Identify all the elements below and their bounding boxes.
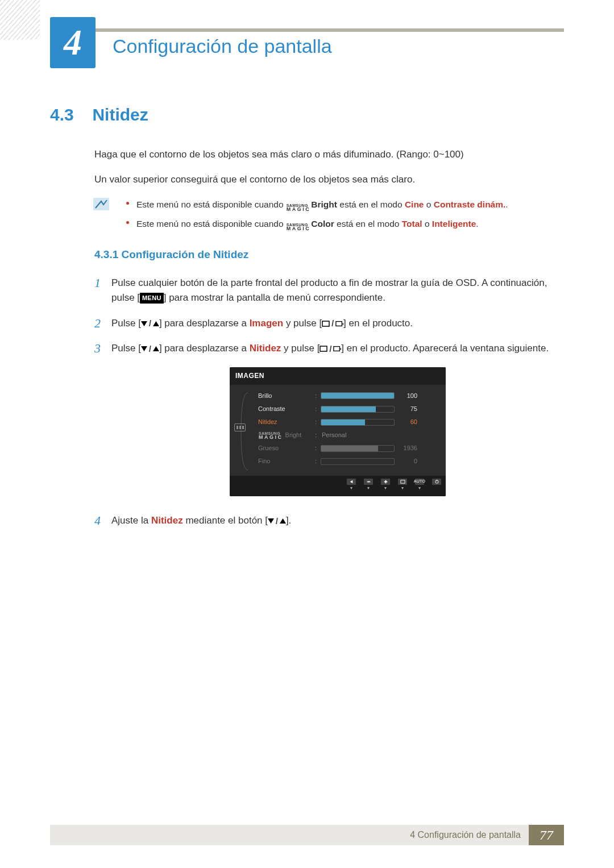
- note-list: Este menú no está disponible cuando SAMS…: [126, 198, 564, 231]
- osd-value: 1936: [395, 443, 417, 453]
- step-item: 1 Pulse cualquier botón de la parte fron…: [94, 276, 564, 306]
- svg-rect-3: [322, 321, 329, 326]
- osd-row: Fino:0: [258, 455, 440, 468]
- svg-rect-12: [385, 480, 386, 483]
- samsung-magic-logo: SAMSUNGMAGIC: [287, 204, 311, 212]
- osd-slider: [321, 406, 395, 413]
- section-heading: 4.3 Nitidez: [50, 105, 564, 124]
- osd-bracket-decoration: [240, 392, 249, 471]
- osd-row-label: SAMSUNGMAGIC Bright: [258, 430, 315, 440]
- chapter-number: 4: [64, 22, 82, 64]
- osd-nav-plus-icon: ▾: [381, 479, 390, 491]
- up-down-buttons-icon: /: [141, 319, 159, 327]
- osd-slider: [321, 419, 395, 426]
- osd-row: Nitidez:60: [258, 416, 440, 429]
- step-number: 3: [94, 339, 101, 358]
- page-header: 4 Configuración de pantalla: [50, 17, 564, 80]
- svg-rect-0: [93, 198, 109, 210]
- svg-rect-10: [367, 481, 370, 483]
- svg-rect-8: [334, 347, 340, 351]
- section-number: 4.3: [50, 105, 90, 124]
- osd-slider: [321, 445, 395, 452]
- step-item: 3 Pulse [/] para desplazarse a Nitidez y…: [94, 341, 564, 496]
- page-content: 4.3 Nitidez Haga que el contorno de los …: [50, 105, 564, 543]
- osd-window: IMAGEN Brillo:100Contraste:75Nitidez:60S…: [230, 367, 446, 496]
- osd-title: IMAGEN: [230, 367, 446, 385]
- subsection: 4.3.1 Configuración de Nitidez 1 Pulse c…: [50, 248, 564, 529]
- osd-row-label: Nitidez: [258, 417, 315, 427]
- osd-slider: [321, 458, 395, 465]
- step-number: 4: [94, 511, 101, 530]
- chapter-title: Configuración de pantalla: [113, 35, 332, 57]
- osd-nav-enter-icon: ▾: [398, 479, 407, 491]
- osd-row: SAMSUNGMAGIC Bright:Personal: [258, 429, 440, 442]
- osd-row: Brillo:100: [258, 389, 440, 402]
- osd-nav-back-icon: ▾: [347, 479, 356, 491]
- svg-rect-4: [336, 321, 342, 326]
- osd-nav-power-icon: [432, 479, 441, 491]
- osd-nav-auto-icon: AUTO▾: [415, 479, 424, 491]
- osd-footer: ▾ ▾ ▾ ▾ AUTO▾: [230, 476, 446, 496]
- osd-nav-minus-icon: ▾: [364, 479, 373, 491]
- osd-row: Contraste:75: [258, 402, 440, 416]
- section-title: Nitidez: [92, 105, 148, 124]
- osd-row-label: Brillo: [258, 391, 315, 401]
- osd-value: Personal: [321, 430, 440, 440]
- svg-rect-7: [320, 346, 327, 351]
- svg-rect-13: [400, 480, 404, 483]
- section-body: Haga que el contorno de los objetos sea …: [94, 147, 564, 231]
- intro-paragraph-2: Un valor superior conseguirá que el cont…: [94, 172, 564, 187]
- osd-slider: [321, 392, 395, 399]
- svg-marker-6: [153, 346, 159, 351]
- osd-value: 75: [395, 404, 417, 414]
- osd-value: 60: [395, 417, 417, 427]
- source-enter-buttons-icon: /: [320, 345, 341, 353]
- osd-rows-container: Brillo:100Contraste:75Nitidez:60SAMSUNGM…: [258, 389, 440, 468]
- samsung-magic-logo: SAMSUNGMAGIC: [287, 223, 311, 231]
- svg-marker-17: [280, 518, 286, 524]
- osd-body: Brillo:100Contraste:75Nitidez:60SAMSUNGM…: [230, 385, 446, 476]
- svg-rect-15: [437, 480, 437, 481]
- osd-screenshot: IMAGEN Brillo:100Contraste:75Nitidez:60S…: [111, 367, 564, 496]
- menu-button-icon: MENU: [140, 293, 164, 304]
- svg-marker-5: [141, 346, 147, 351]
- osd-row: Grueso:1936: [258, 442, 440, 455]
- svg-marker-2: [153, 321, 159, 326]
- subsection-heading: 4.3.1 Configuración de Nitidez: [94, 248, 564, 261]
- chapter-number-box: 4: [50, 17, 96, 68]
- osd-row-label: Contraste: [258, 404, 315, 414]
- page-number: 77: [529, 825, 564, 845]
- page-footer: 4 Configuración de pantalla 77: [50, 825, 564, 845]
- step-item: 4 Ajuste la Nitidez mediante el botón [/…: [94, 513, 564, 528]
- osd-category-icon: [234, 423, 246, 431]
- source-enter-buttons-icon: /: [322, 319, 343, 327]
- note-icon: [93, 198, 109, 210]
- step-number: 2: [94, 314, 101, 333]
- osd-value: 0: [395, 456, 417, 466]
- steps-list: 1 Pulse cualquier botón de la parte fron…: [94, 276, 564, 529]
- osd-value: 100: [395, 391, 417, 401]
- osd-row-label: Grueso: [258, 443, 315, 453]
- note-item: Este menú no está disponible cuando SAMS…: [126, 217, 564, 231]
- step-number: 1: [94, 273, 101, 293]
- note-block: Este menú no está disponible cuando SAMS…: [94, 198, 564, 231]
- step-item: 2 Pulse [/] para desplazarse a Imagen y …: [94, 316, 564, 331]
- osd-row-label: Fino: [258, 456, 315, 466]
- svg-marker-1: [141, 321, 147, 326]
- svg-marker-16: [268, 518, 274, 524]
- up-down-buttons-icon: /: [268, 517, 286, 525]
- header-rule: [96, 28, 564, 32]
- up-down-buttons-icon: /: [141, 345, 159, 353]
- decorative-hatch: [0, 0, 40, 40]
- footer-text: 4 Configuración de pantalla: [50, 825, 530, 845]
- intro-paragraph-1: Haga que el contorno de los objetos sea …: [94, 147, 564, 162]
- svg-marker-9: [350, 480, 352, 483]
- note-item: Este menú no está disponible cuando SAMS…: [126, 198, 564, 212]
